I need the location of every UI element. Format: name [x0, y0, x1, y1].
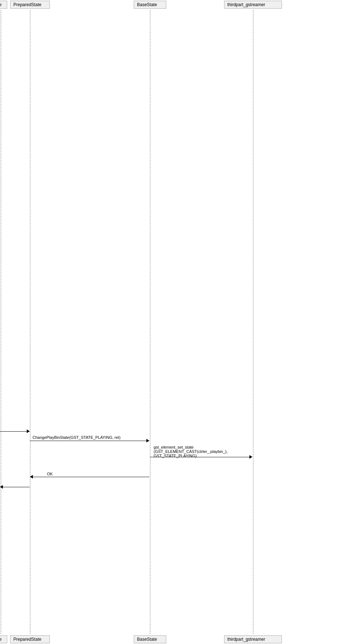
message-line-4: [30, 477, 149, 477]
arrowhead-msg2: [146, 439, 149, 442]
lifeline-label-prepared-bottom: PreparedState: [13, 637, 41, 642]
message-line-2: [30, 441, 149, 441]
lifeline-label-ite-top: Ite: [0, 2, 1, 7]
message-line-5: [0, 487, 30, 487]
lifeline-line-prepared: [30, 10, 30, 634]
lifeline-box-bottom-prepared: PreparedState: [10, 635, 50, 643]
lifeline-box-bottom-base: BaseState: [134, 635, 166, 643]
lifeline-label-thirdpart-top: thirdpart_gstreamer: [227, 2, 265, 7]
arrowhead-msg5: [0, 485, 3, 489]
lifeline-line-base: [150, 10, 150, 634]
arrowhead-msg1: [27, 429, 30, 433]
lifeline-label-prepared-top: PreparedState: [13, 2, 41, 7]
message-label-4: OK: [47, 472, 53, 476]
lifeline-box-top-prepared: PreparedState: [10, 1, 50, 9]
arrowhead-msg3: [249, 455, 252, 459]
msg3-line3: GST_STATE_PLAYING): [154, 454, 197, 458]
lifeline-box-bottom-ite: Ite: [0, 635, 7, 643]
lifeline-box-top-thirdpart: thirdpart_gstreamer: [224, 1, 282, 9]
message-label-3: gst_element_set_state (GST_ELEMENT_CAST(…: [154, 445, 228, 458]
lifeline-line-thirdpart: [253, 10, 253, 634]
arrowhead-msg4: [30, 475, 33, 479]
msg3-line1: gst_element_set_state: [154, 445, 194, 449]
lifeline-box-bottom-thirdpart: thirdpart_gstreamer: [224, 635, 282, 643]
message-line-1: [0, 431, 30, 432]
message-label-2: ChangePlayBinState(GST_STATE_PLAYING, re…: [33, 435, 120, 440]
lifeline-label-base-bottom: BaseState: [137, 637, 157, 642]
lifeline-label-ite-bottom: Ite: [0, 637, 1, 642]
lifeline-label-base-top: BaseState: [137, 2, 157, 7]
lifeline-line-ite: [1, 10, 1, 634]
lifeline-label-thirdpart-bottom: thirdpart_gstreamer: [227, 637, 265, 642]
lifeline-box-top-ite: Ite: [0, 1, 7, 9]
msg3-line2: (GST_ELEMENT_CAST(ctrler_.playbin_),: [154, 449, 228, 454]
lifeline-box-top-base: BaseState: [134, 1, 166, 9]
sequence-diagram: Ite PreparedState BaseState thirdpart_gs…: [0, 0, 343, 644]
